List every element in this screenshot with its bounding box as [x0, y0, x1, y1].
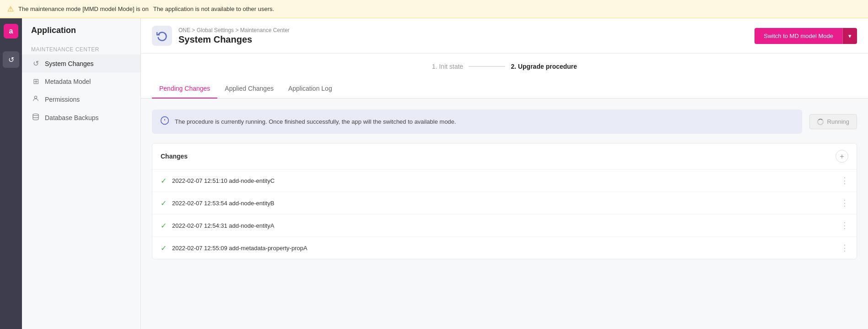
- check-icon: ✓: [161, 221, 167, 230]
- check-icon: ✓: [161, 244, 167, 252]
- changes-section: Changes ＋ ✓ 2022-02-07 12:51:10 add-node…: [152, 143, 857, 259]
- more-options-icon[interactable]: ⋮: [841, 198, 848, 208]
- change-text: 2022-02-07 12:55:09 add-metadata-propert…: [172, 245, 307, 252]
- header-icon-box: [152, 26, 172, 46]
- changes-title: Changes: [161, 153, 188, 160]
- switch-mode-button[interactable]: Switch to MD model Mode: [755, 28, 842, 44]
- running-spinner: [817, 119, 824, 125]
- change-left: ✓ 2022-02-07 12:51:10 add-node-entityC: [161, 176, 275, 185]
- check-icon: ✓: [161, 199, 167, 208]
- sidebar-icon-refresh[interactable]: ↺: [3, 51, 19, 68]
- switch-mode-dropdown-button[interactable]: ▾: [842, 28, 857, 44]
- content-header: ONE > Global Settings > Maintenance Cent…: [141, 18, 868, 54]
- steps-bar: 1. Init state 2. Upgrade procedure: [141, 54, 868, 79]
- sidebar-item-database-backups[interactable]: Database Backups: [22, 109, 140, 127]
- system-changes-icon: ↺: [31, 59, 40, 68]
- step-init-state: 1. Init state: [432, 63, 463, 70]
- add-change-button[interactable]: ＋: [836, 150, 848, 163]
- database-backups-icon: [31, 113, 40, 122]
- table-row: ✓ 2022-02-07 12:55:09 add-metadata-prope…: [152, 237, 857, 259]
- info-box: The procedure is currently running. Once…: [152, 110, 802, 134]
- system-changes-label: System Changes: [45, 60, 94, 67]
- sidebar-item-system-changes[interactable]: ↺ System Changes: [22, 55, 140, 72]
- more-options-icon[interactable]: ⋮: [841, 175, 848, 186]
- change-text: 2022-02-07 12:51:10 add-node-entityC: [172, 177, 275, 184]
- step-line: [469, 66, 505, 67]
- tab-applied-changes[interactable]: Applied Changes: [217, 79, 281, 99]
- change-text: 2022-02-07 12:53:54 add-node-entityB: [172, 200, 274, 207]
- changes-header: Changes ＋: [152, 143, 857, 170]
- info-icon: [160, 116, 169, 127]
- running-label: Running: [827, 118, 849, 125]
- change-text: 2022-02-07 12:54:31 add-node-entityA: [172, 222, 274, 229]
- header-left: ONE > Global Settings > Maintenance Cent…: [152, 26, 290, 46]
- sidebar-app-title: Application: [22, 26, 140, 43]
- permissions-icon: [31, 95, 40, 104]
- page-title: System Changes: [178, 34, 290, 45]
- running-button: Running: [809, 114, 857, 129]
- svg-point-0: [34, 96, 37, 99]
- content-body: The procedure is currently running. Once…: [141, 99, 868, 329]
- header-actions: Switch to MD model Mode ▾: [755, 28, 857, 44]
- database-backups-label: Database Backups: [45, 114, 99, 121]
- info-running-row: The procedure is currently running. Once…: [152, 110, 857, 134]
- app-logo: a: [4, 24, 18, 38]
- nav-sidebar: Application Maintenance Center ↺ System …: [22, 18, 141, 329]
- sidebar-item-metadata-model[interactable]: ⊞ Metadata Model: [22, 72, 140, 90]
- metadata-model-label: Metadata Model: [45, 78, 91, 85]
- header-title-area: ONE > Global Settings > Maintenance Cent…: [178, 27, 290, 45]
- warning-text: The maintenance mode [MMD model Mode] is…: [18, 5, 149, 12]
- warning-icon: ⚠: [7, 5, 14, 13]
- table-row: ✓ 2022-02-07 12:51:10 add-node-entityC ⋮: [152, 170, 857, 192]
- more-options-icon[interactable]: ⋮: [841, 243, 848, 253]
- step-upgrade-procedure: 2. Upgrade procedure: [511, 63, 577, 70]
- change-left: ✓ 2022-02-07 12:54:31 add-node-entityA: [161, 221, 274, 230]
- chevron-down-icon: ▾: [848, 33, 852, 39]
- main-content: ONE > Global Settings > Maintenance Cent…: [141, 18, 868, 329]
- check-icon: ✓: [161, 176, 167, 185]
- tabs-row: Pending Changes Applied Changes Applicat…: [141, 79, 868, 99]
- change-left: ✓ 2022-02-07 12:55:09 add-metadata-prope…: [161, 244, 307, 252]
- sidebar-section-header: Maintenance Center: [22, 43, 140, 55]
- table-row: ✓ 2022-02-07 12:54:31 add-node-entityA ⋮: [152, 214, 857, 237]
- tab-pending-changes[interactable]: Pending Changes: [152, 79, 217, 99]
- svg-point-1: [33, 114, 38, 115]
- breadcrumb: ONE > Global Settings > Maintenance Cent…: [178, 27, 290, 33]
- plus-icon: ＋: [838, 152, 846, 161]
- change-left: ✓ 2022-02-07 12:53:54 add-node-entityB: [161, 199, 274, 208]
- permissions-label: Permissions: [45, 96, 80, 103]
- tab-application-log[interactable]: Application Log: [281, 79, 340, 99]
- warning-subtext: The application is not available to othe…: [153, 5, 275, 12]
- table-row: ✓ 2022-02-07 12:53:54 add-node-entityB ⋮: [152, 192, 857, 214]
- warning-bar: ⚠ The maintenance mode [MMD model Mode] …: [0, 0, 868, 18]
- more-options-icon[interactable]: ⋮: [841, 220, 848, 230]
- sidebar-item-permissions[interactable]: Permissions: [22, 90, 140, 109]
- metadata-model-icon: ⊞: [31, 77, 40, 86]
- info-message: The procedure is currently running. Once…: [175, 118, 456, 125]
- icon-sidebar: a ↺: [0, 18, 22, 329]
